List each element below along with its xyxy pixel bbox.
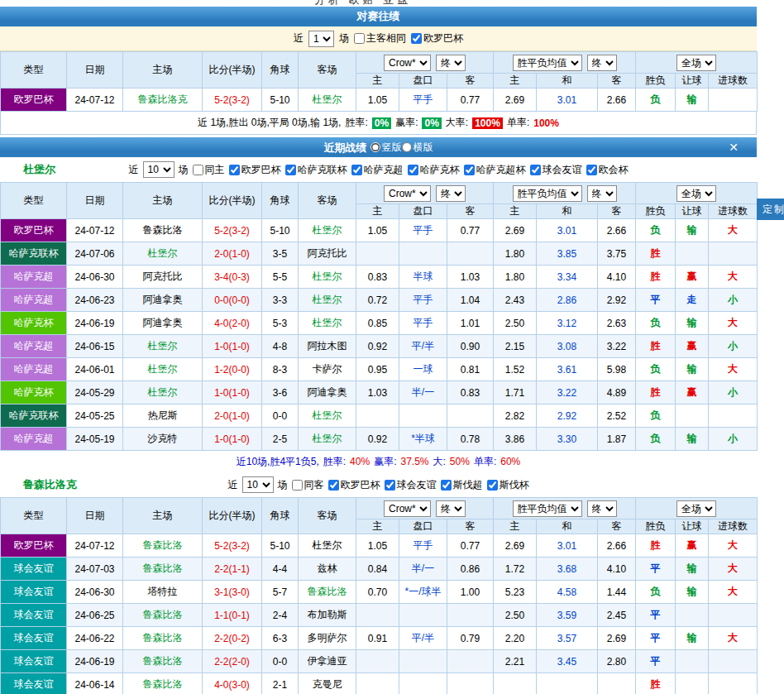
match-count-select[interactable]: 10 bbox=[143, 161, 174, 178]
asia-away-odds: 0.77 bbox=[447, 89, 494, 112]
h2h-summary-value: 100% bbox=[533, 117, 559, 129]
home-team: 阿克托比 bbox=[123, 266, 203, 289]
euro-away-odds bbox=[598, 673, 636, 694]
asia-odds-group-header: Crow*终 bbox=[356, 498, 494, 519]
final-odds-select[interactable]: 终 bbox=[436, 55, 466, 71]
page: 分析 欧赔 亚盘 对赛往绩 近1场主客相同欧罗巴杯 类型日期主场比分(半场)角球… bbox=[0, 0, 784, 694]
team-summary-label: 赢率: bbox=[374, 455, 396, 469]
same-venue-checkbox-input[interactable] bbox=[354, 33, 365, 44]
layout-radio-input[interactable] bbox=[402, 142, 412, 152]
home-team: 鲁森比洛 bbox=[123, 219, 203, 242]
odds-company-select[interactable]: Crow* bbox=[384, 500, 431, 517]
sub-column-header: 主 bbox=[494, 519, 537, 534]
match-scope-select[interactable]: 全场 bbox=[676, 500, 716, 517]
asia-home-odds: 1.05 bbox=[356, 89, 399, 112]
odds-company-select[interactable]: Crow* bbox=[384, 55, 431, 71]
avg-odds-select[interactable]: 胜平负均值 bbox=[513, 55, 582, 71]
corners-cell: 3-3 bbox=[262, 289, 299, 312]
europe-odds-group-header: 胜平负均值终 bbox=[494, 498, 636, 519]
handicap-cell: 平手 bbox=[399, 219, 447, 242]
league-filter-checkbox-input[interactable] bbox=[408, 165, 418, 175]
team-summary-row: 近10场,胜4平1负5,胜率:40%赢率:37.5%大:50%单率:60% bbox=[0, 451, 757, 472]
handicap-result: 输 bbox=[676, 219, 709, 242]
final-odds-select[interactable]: 终 bbox=[436, 500, 466, 517]
wdl-result: 负 bbox=[636, 404, 676, 428]
match-scope-select[interactable]: 全场 bbox=[676, 185, 716, 202]
asia-away-odds: 0.83 bbox=[447, 381, 494, 404]
league-filter-checkbox-input[interactable] bbox=[464, 165, 475, 175]
euro-away-odds: 1.87 bbox=[598, 428, 636, 451]
final-odds-select-2[interactable]: 终 bbox=[587, 185, 617, 202]
asia-away-odds: 1.04 bbox=[447, 289, 494, 312]
final-odds-select-2[interactable]: 终 bbox=[587, 500, 617, 517]
avg-odds-select[interactable]: 胜平负均值 bbox=[513, 185, 582, 202]
team-section: 杜堡尔近10场同主欧罗巴杯哈萨克联杯哈萨克超哈萨克杯哈萨克超杯球会友谊欧会杯类型… bbox=[0, 157, 757, 472]
final-odds-select-2[interactable]: 终 bbox=[587, 55, 617, 71]
handicap-cell bbox=[399, 404, 447, 428]
same-venue-checkbox-input[interactable] bbox=[193, 165, 203, 175]
league-filter-checkbox: 斯伐超 bbox=[441, 478, 483, 492]
league-filter-checkbox-input[interactable] bbox=[411, 33, 422, 44]
corners-cell: 4-4 bbox=[262, 558, 299, 581]
handicap-result bbox=[676, 650, 709, 673]
score-cell: 4-0(2-0) bbox=[203, 312, 262, 335]
handicap-cell: 一球 bbox=[399, 358, 447, 381]
final-odds-select[interactable]: 终 bbox=[436, 185, 466, 202]
date-cell: 24-07-12 bbox=[67, 89, 123, 112]
euro-draw-odds: 3.68 bbox=[537, 558, 598, 581]
team-summary-label: 大: bbox=[433, 455, 446, 469]
euro-home-odds: 2.50 bbox=[494, 312, 537, 335]
date-cell: 24-06-23 bbox=[67, 289, 123, 312]
score-cell: 3-1(3-0) bbox=[203, 581, 262, 604]
handicap-cell: 半球 bbox=[399, 266, 447, 289]
league-filter-checkbox: 球会友谊 bbox=[530, 163, 582, 177]
euro-home-odds: 1.80 bbox=[494, 266, 537, 289]
main-content: 对赛往绩 近1场主客相同欧罗巴杯 类型日期主场比分(半场)角球客场Crow*终胜… bbox=[0, 7, 757, 694]
wdl-result: 负 bbox=[636, 428, 676, 451]
date-cell: 24-06-14 bbox=[67, 673, 123, 694]
layout-radio-vertical[interactable]: 竖版 bbox=[370, 137, 402, 157]
match-count-select[interactable]: 1 bbox=[308, 31, 334, 47]
handicap-cell: 平手 bbox=[399, 534, 447, 558]
table-row: 欧罗巴杯24-07-12鲁森比洛5-2(3-2)5-10杜堡尔1.05平手0.7… bbox=[1, 219, 758, 242]
sub-column-header: 盘口 bbox=[399, 519, 447, 534]
asia-away-odds: 0.79 bbox=[447, 627, 494, 650]
column-header: 日期 bbox=[67, 498, 123, 534]
away-team: 杜堡尔 bbox=[299, 428, 356, 451]
league-filter-checkbox-input[interactable] bbox=[351, 165, 362, 175]
match-count-select[interactable]: 10 bbox=[242, 476, 274, 493]
score-cell: 1-0(1-0) bbox=[203, 428, 262, 451]
league-filter-checkbox-input[interactable] bbox=[586, 165, 597, 175]
layout-radio-horizontal[interactable]: 横版 bbox=[402, 137, 433, 157]
league-filter-checkbox-input[interactable] bbox=[441, 480, 452, 491]
h2h-summary-label: 大率: bbox=[446, 116, 468, 130]
score-cell: 1-0(1-0) bbox=[203, 335, 262, 358]
league-filter-checkbox-input[interactable] bbox=[285, 165, 296, 175]
sub-column-header: 和 bbox=[537, 519, 598, 534]
asia-away-odds: 1.03 bbox=[447, 266, 494, 289]
euro-draw-odds: 3.12 bbox=[537, 312, 598, 335]
asia-home-odds: 0.85 bbox=[356, 312, 399, 335]
close-icon[interactable]: ✕ bbox=[729, 137, 739, 157]
league-filter-checkbox-input[interactable] bbox=[530, 165, 541, 175]
league-filter-checkbox-input[interactable] bbox=[487, 480, 498, 491]
customize-tab[interactable]: 定制 bbox=[757, 199, 784, 220]
sub-column-header: 客 bbox=[598, 204, 636, 219]
league-filter-checkbox-input[interactable] bbox=[385, 480, 395, 491]
date-cell: 24-05-19 bbox=[67, 428, 123, 451]
layout-radio-input[interactable] bbox=[370, 142, 380, 152]
league-filter-checkbox-input[interactable] bbox=[229, 165, 240, 175]
same-venue-checkbox-input[interactable] bbox=[292, 480, 303, 491]
euro-away-odds: 3.22 bbox=[598, 335, 636, 358]
league-filter-checkbox-input[interactable] bbox=[328, 480, 339, 491]
goals-result: 大 bbox=[709, 627, 758, 650]
near-label: 近 bbox=[129, 163, 139, 177]
asia-home-odds: 0.70 bbox=[356, 581, 399, 604]
avg-odds-select[interactable]: 胜平负均值 bbox=[513, 500, 582, 517]
handicap-result: 输 bbox=[676, 89, 709, 112]
layout-radio-label: 横版 bbox=[414, 137, 433, 157]
odds-company-select[interactable]: Crow* bbox=[384, 185, 431, 202]
away-team: 阿拉木图 bbox=[299, 335, 356, 358]
team-filter-row: 鲁森比洛克近10场同客欧罗巴杯球会友谊斯伐超斯伐杯 bbox=[0, 472, 757, 497]
match-scope-select[interactable]: 全场 bbox=[676, 55, 716, 71]
